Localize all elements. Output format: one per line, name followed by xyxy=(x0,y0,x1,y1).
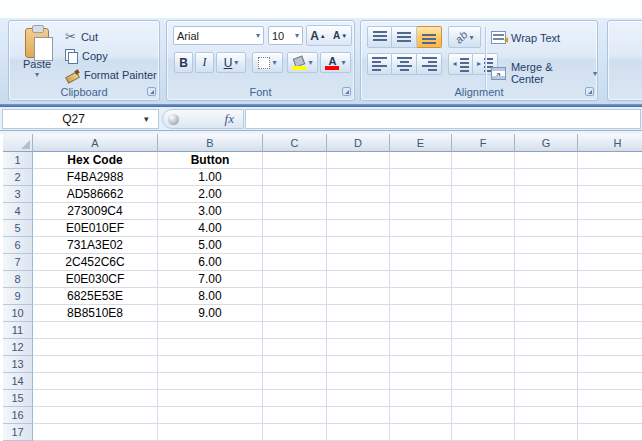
cell-H7[interactable] xyxy=(578,254,642,271)
paste-button[interactable]: Paste ▾ xyxy=(14,25,60,95)
cell-E17[interactable] xyxy=(390,424,452,441)
cell-B3[interactable]: 2.00 xyxy=(158,186,263,203)
cell-E7[interactable] xyxy=(390,254,452,271)
cell-F17[interactable] xyxy=(452,424,515,441)
cell-F3[interactable] xyxy=(452,186,515,203)
row-header-7[interactable]: 7 xyxy=(3,254,33,271)
cell-G6[interactable] xyxy=(515,237,578,254)
cell-E1[interactable] xyxy=(390,152,452,169)
alignment-dialog-launcher[interactable] xyxy=(585,87,594,96)
cut-button[interactable]: ✂ Cut xyxy=(65,28,98,45)
cell-A13[interactable] xyxy=(33,356,158,373)
row-header-9[interactable]: 9 xyxy=(3,288,33,305)
cell-B1[interactable]: Button xyxy=(158,152,263,169)
cell-C10[interactable] xyxy=(263,305,327,322)
grow-font-button[interactable]: A▲ xyxy=(307,26,329,45)
cell-E4[interactable] xyxy=(390,203,452,220)
row-header-11[interactable]: 11 xyxy=(3,322,33,339)
cell-C3[interactable] xyxy=(263,186,327,203)
cell-D5[interactable] xyxy=(327,220,390,237)
cell-D12[interactable] xyxy=(327,339,390,356)
cell-D16[interactable] xyxy=(327,407,390,424)
cell-H15[interactable] xyxy=(578,390,642,407)
cell-G14[interactable] xyxy=(515,373,578,390)
cell-F9[interactable] xyxy=(452,288,515,305)
italic-button[interactable]: I xyxy=(195,52,214,73)
cell-C4[interactable] xyxy=(263,203,327,220)
cell-D6[interactable] xyxy=(327,237,390,254)
cell-A3[interactable]: AD586662 xyxy=(33,186,158,203)
cell-H13[interactable] xyxy=(578,356,642,373)
cell-H4[interactable] xyxy=(578,203,642,220)
cell-E2[interactable] xyxy=(390,169,452,186)
name-box-dropdown-icon[interactable]: ▾ xyxy=(144,114,158,124)
cell-A15[interactable] xyxy=(33,390,158,407)
font-name-combo[interactable]: Arial ▾ xyxy=(173,26,264,45)
cell-A10[interactable]: 8B8510E8 xyxy=(33,305,158,322)
format-painter-button[interactable]: Format Painter xyxy=(65,66,157,83)
cell-E3[interactable] xyxy=(390,186,452,203)
column-header-B[interactable]: B xyxy=(158,134,263,152)
cell-D2[interactable] xyxy=(327,169,390,186)
cell-H10[interactable] xyxy=(578,305,642,322)
cell-H3[interactable] xyxy=(578,186,642,203)
cell-A5[interactable]: E0E010EF xyxy=(33,220,158,237)
column-header-A[interactable]: A xyxy=(33,134,158,152)
cell-F12[interactable] xyxy=(452,339,515,356)
cell-C15[interactable] xyxy=(263,390,327,407)
cell-D1[interactable] xyxy=(327,152,390,169)
cell-H2[interactable] xyxy=(578,169,642,186)
cell-G3[interactable] xyxy=(515,186,578,203)
row-header-2[interactable]: 2 xyxy=(3,169,33,186)
cell-E11[interactable] xyxy=(390,322,452,339)
cell-D3[interactable] xyxy=(327,186,390,203)
cell-F14[interactable] xyxy=(452,373,515,390)
cell-E14[interactable] xyxy=(390,373,452,390)
cell-H17[interactable] xyxy=(578,424,642,441)
align-middle-button[interactable] xyxy=(392,26,417,48)
cell-H1[interactable] xyxy=(578,152,642,169)
cell-G10[interactable] xyxy=(515,305,578,322)
cell-G1[interactable] xyxy=(515,152,578,169)
cell-G17[interactable] xyxy=(515,424,578,441)
row-header-5[interactable]: 5 xyxy=(3,220,33,237)
wrap-text-button[interactable]: Wrap Text xyxy=(491,31,560,44)
cell-F6[interactable] xyxy=(452,237,515,254)
formula-input[interactable] xyxy=(245,109,641,129)
column-header-F[interactable]: F xyxy=(452,134,515,152)
cell-E16[interactable] xyxy=(390,407,452,424)
cell-G12[interactable] xyxy=(515,339,578,356)
cell-C14[interactable] xyxy=(263,373,327,390)
cell-H5[interactable] xyxy=(578,220,642,237)
align-top-button[interactable] xyxy=(367,26,392,48)
row-header-17[interactable]: 17 xyxy=(3,424,33,441)
cell-A16[interactable] xyxy=(33,407,158,424)
align-center-button[interactable] xyxy=(392,53,417,75)
cell-A14[interactable] xyxy=(33,373,158,390)
align-left-button[interactable] xyxy=(367,53,392,75)
cell-D14[interactable] xyxy=(327,373,390,390)
shrink-font-button[interactable]: A▼ xyxy=(329,26,351,45)
row-header-12[interactable]: 12 xyxy=(3,339,33,356)
cell-E13[interactable] xyxy=(390,356,452,373)
clipboard-dialog-launcher[interactable] xyxy=(147,87,156,96)
cell-B8[interactable]: 7.00 xyxy=(158,271,263,288)
cell-B6[interactable]: 5.00 xyxy=(158,237,263,254)
cell-F4[interactable] xyxy=(452,203,515,220)
cell-H6[interactable] xyxy=(578,237,642,254)
cell-A4[interactable]: 273009C4 xyxy=(33,203,158,220)
cell-E15[interactable] xyxy=(390,390,452,407)
cell-C17[interactable] xyxy=(263,424,327,441)
column-header-G[interactable]: G xyxy=(515,134,578,152)
cell-B10[interactable]: 9.00 xyxy=(158,305,263,322)
cell-H12[interactable] xyxy=(578,339,642,356)
cell-E5[interactable] xyxy=(390,220,452,237)
font-size-combo[interactable]: 10 ▾ xyxy=(268,26,303,45)
cell-F13[interactable] xyxy=(452,356,515,373)
cell-E10[interactable] xyxy=(390,305,452,322)
align-bottom-button[interactable] xyxy=(417,26,442,48)
row-header-1[interactable]: 1 xyxy=(3,152,33,169)
font-color-button[interactable]: A ▾ xyxy=(320,52,351,73)
cell-F10[interactable] xyxy=(452,305,515,322)
cell-H8[interactable] xyxy=(578,271,642,288)
